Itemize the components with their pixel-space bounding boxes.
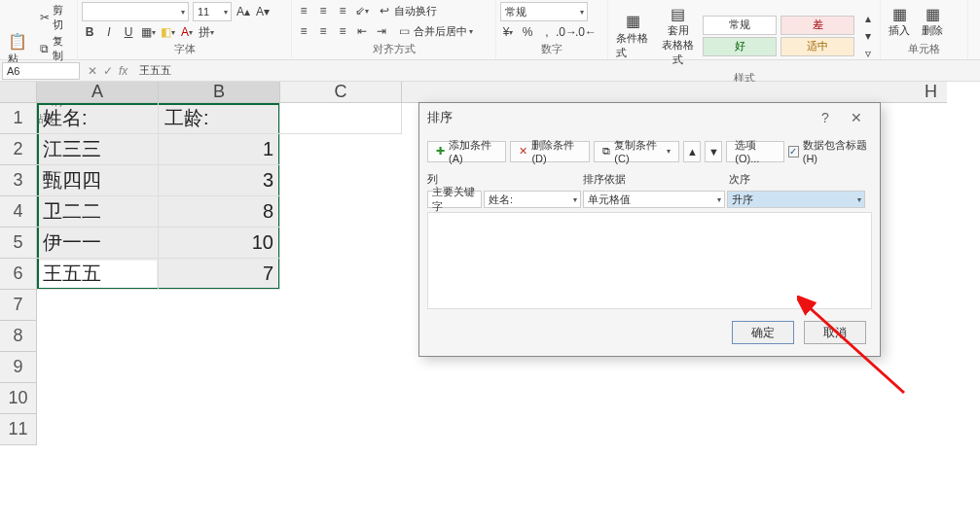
number-format-combo[interactable]: 常规▾ [500,2,588,21]
cell[interactable]: 7 [159,259,280,290]
ok-button[interactable]: 确定 [732,321,794,344]
help-icon[interactable]: ? [810,110,841,125]
dialog-titlebar[interactable]: 排序 ? ✕ [419,103,880,132]
row-header[interactable]: 5 [0,228,37,259]
cell[interactable]: 伊一一 [37,228,159,259]
row-header[interactable]: 10 [0,383,37,414]
delete-cells-button[interactable]: ▦删除 [918,2,947,40]
cell[interactable]: 10 [159,228,280,259]
style-bad[interactable]: 差 [780,16,854,35]
insert-cells-button[interactable]: ▦插入 [885,2,914,40]
cancel-button[interactable]: 取消 [804,321,866,344]
decrease-font-icon[interactable]: A▾ [255,4,271,19]
row-header[interactable]: 2 [0,134,37,165]
add-condition-button[interactable]: ✚添加条件(A) [427,141,506,162]
align-top-icon[interactable]: ≡ [296,3,311,18]
style-up-icon[interactable]: ▴ [860,11,876,26]
cell[interactable] [280,103,402,134]
has-header-checkbox[interactable]: ✓数据包含标题(H) [788,138,872,164]
font-size-combo[interactable]: 11▾ [193,2,232,21]
cell[interactable]: 江三三 [37,134,159,165]
move-down-button[interactable]: ▼ [705,141,722,162]
row-header[interactable]: 1 [0,103,37,134]
row-header[interactable]: 6 [0,259,37,290]
percent-icon[interactable]: % [520,24,535,40]
increase-font-icon[interactable]: A▴ [236,4,251,19]
cut-button[interactable]: ✂剪切 [35,2,73,33]
row-header[interactable]: 7 [0,290,37,321]
row-header[interactable]: 4 [0,196,37,228]
col-header[interactable]: H [402,82,947,103]
col-header[interactable]: B [159,82,280,103]
orientation-icon[interactable]: ⇙▾ [354,3,370,18]
dialog-title: 排序 [427,109,453,126]
conditional-format-button[interactable]: ▦条件格式 [612,10,654,62]
align-middle-icon[interactable]: ≡ [315,3,331,18]
copy-button[interactable]: ⧉复制 [35,33,73,64]
italic-button[interactable]: I [101,24,117,40]
dialog-body [427,212,872,309]
delete-condition-button[interactable]: ✕删除条件(D) [510,141,590,162]
sort-dialog: 排序 ? ✕ ✚添加条件(A) ✕删除条件(D) ⧉复制条件(C)▾ ▲ ▼ 选… [418,102,881,357]
indent-dec-icon[interactable]: ⇤ [354,23,370,39]
cancel-icon[interactable]: ✕ [88,64,97,78]
options-button[interactable]: 选项(O)... [726,141,784,162]
align-right-icon[interactable]: ≡ [335,23,350,39]
row-header[interactable]: 3 [0,165,37,196]
font-name-combo[interactable]: ▾ [82,2,189,21]
align-left-icon[interactable]: ≡ [296,23,311,39]
fx-icon[interactable]: fx [119,64,127,78]
font-group-label: 字体 [82,40,287,59]
confirm-icon[interactable]: ✓ [103,64,113,78]
underline-button[interactable]: U [121,24,136,40]
style-mid[interactable]: 适中 [780,37,854,56]
style-normal[interactable]: 常规 [703,16,777,35]
border-button[interactable]: ▦▾ [140,24,156,40]
comma-icon[interactable]: , [539,24,555,40]
align-center-icon[interactable]: ≡ [315,23,331,39]
row-header[interactable]: 11 [0,414,37,445]
cell[interactable]: 8 [159,196,280,228]
align-bottom-icon[interactable]: ≡ [335,3,350,18]
row-header[interactable]: 9 [0,352,37,383]
indent-inc-icon[interactable]: ⇥ [374,23,389,39]
name-box[interactable]: A6 [2,62,80,80]
cell[interactable]: 1 [159,134,280,165]
primary-key-label: 主要关键字 [427,191,482,208]
formula-input[interactable]: 王五五 [135,63,980,78]
ribbon: 📋粘贴 ✂剪切 ⧉复制 🖌格式刷 剪贴板 ▾ 11▾ A▴ A▾ B I U ▦… [0,0,980,60]
fill-color-button[interactable]: ◧▾ [160,24,175,40]
dec-decimal-icon[interactable]: .0← [578,24,594,40]
merge-button[interactable]: ▭合并后居中▾ [393,22,476,40]
cell[interactable]: 卫二二 [37,196,159,228]
cells-group-label: 单元格 [885,40,963,59]
cell[interactable]: 甄四四 [37,165,159,196]
style-more-icon[interactable]: ▿ [860,46,876,61]
cell[interactable]: 工龄: [159,103,280,134]
font-color-button[interactable]: A▾ [179,24,195,40]
phonetic-button[interactable]: 拼▾ [199,24,214,40]
sort-basis-combo[interactable]: 单元格值▾ [583,191,725,208]
style-down-icon[interactable]: ▾ [860,28,876,44]
copy-condition-button[interactable]: ⧉复制条件(C)▾ [594,141,679,162]
cell[interactable]: 王五五 [37,259,159,290]
column-headers: A B C H [37,82,947,103]
col-header[interactable]: A [37,82,159,103]
select-all-corner[interactable] [0,82,37,103]
sort-order-combo[interactable]: 升序▾ [727,191,865,208]
close-icon[interactable]: ✕ [841,110,872,125]
bold-button[interactable]: B [82,24,97,40]
row-header[interactable]: 8 [0,321,37,352]
style-good[interactable]: 好 [703,37,777,56]
cell[interactable]: 姓名: [37,103,159,134]
wrap-text-button[interactable]: ↩自动换行 [374,2,440,19]
cell[interactable]: 3 [159,165,280,196]
order-header-label: 次序 [729,172,750,187]
sort-column-combo[interactable]: 姓名:▾ [484,191,581,208]
col-header[interactable]: C [280,82,402,103]
inc-decimal-icon[interactable]: .0→ [559,24,574,40]
table-format-button[interactable]: ▤套用 表格格式 [658,2,700,69]
move-up-button[interactable]: ▲ [683,141,701,162]
currency-icon[interactable]: ¥▾ [500,24,516,40]
basis-header-label: 排序依据 [583,172,729,187]
